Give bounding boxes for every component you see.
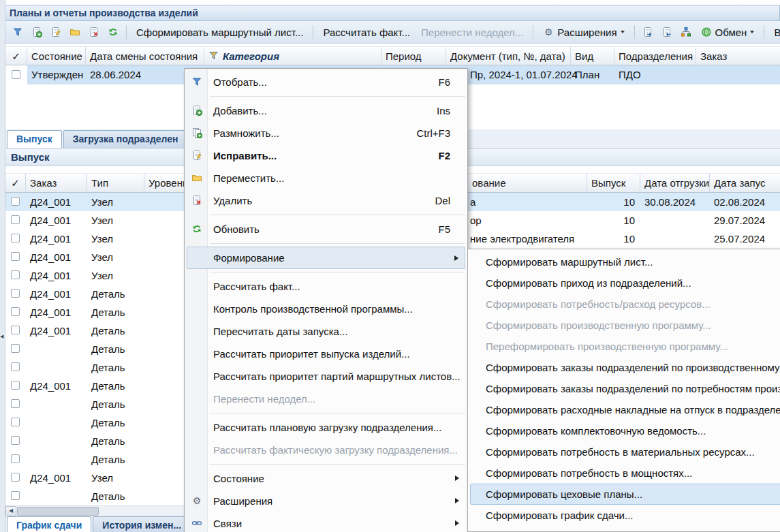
column-header-data-otgruzki[interactable]: Дата отгрузки [640,174,710,192]
toolbar-export-document-button[interactable] [639,24,657,41]
submenu-item[interactable]: Сформировать маршрутный лист... [470,251,780,272]
column-header-kind[interactable]: Вид [571,47,614,65]
context-menu-item[interactable]: Связи [187,512,465,532]
cell-tip: Деталь [91,413,125,432]
column-header-zakaz[interactable]: Заказ [26,174,87,192]
cell-tip: Узел [91,266,113,285]
context-menu-item[interactable]: Рассчитать приоритет выпуска изделий... [187,343,465,365]
column-header-category[interactable]: Категория [204,47,381,65]
toolbar-edit-document-button[interactable] [46,24,65,41]
row-checkbox[interactable] [11,491,20,500]
row-checkbox[interactable] [11,289,20,298]
scroll-left-icon[interactable] [5,506,16,516]
column-header-document[interactable]: Документ (тип, №, дата) [446,47,571,65]
submenu-item[interactable]: Сформировать приход из подразделений... [470,272,780,294]
row-checkbox[interactable] [11,418,20,426]
tab-vypusk[interactable]: Выпуск [7,130,62,148]
scrollbar-thumb[interactable] [17,507,99,516]
plans-table-header: ✓ Состояние Дата смены состояния Категор… [5,46,780,65]
column-header-vypusk[interactable]: Выпуск [587,174,640,192]
context-menu-item[interactable]: Переместить... [187,167,465,189]
view-button[interactable]: Вид [768,25,780,40]
row-checkbox[interactable] [11,399,20,408]
context-menu-item[interactable]: Пересчитать даты запуска... [187,320,465,343]
submenu-item[interactable]: Сформировать потребность в мощностях... [470,463,780,484]
context-menu-item[interactable]: Исправить...F2 [187,144,465,167]
cell-document: Пр, 2024-1, 01.07.2024 [470,65,578,84]
column-header-state-date[interactable]: Дата смены состояния [86,47,204,65]
column-header-check[interactable]: ✓ [5,174,26,192]
context-menu-item[interactable]: Рассчитать факт... [187,275,465,298]
context-menu-item[interactable]: ОбновитьF5 [187,218,465,240]
menu-item-label: Расширения [213,495,272,507]
row-checkbox[interactable] [11,234,20,242]
row-checkbox[interactable] [11,270,20,279]
column-header-period[interactable]: Период [381,47,446,65]
extensions-button[interactable]: ⚙Расширения [537,25,629,40]
row-checkbox[interactable] [11,344,20,353]
left-splitter[interactable] [0,0,5,532]
submenu-item[interactable]: Сформировать комплектовочную ведомость..… [470,420,780,441]
menu-item-label: Сформировать график сдачи... [486,510,633,521]
submenu-item[interactable]: Сформировать заказы подразделений по про… [470,357,780,378]
context-menu-item[interactable]: Добавить...Ins [187,99,465,122]
menu-item-label: Исправить... [213,150,277,161]
toolbar-refresh-button[interactable] [104,24,122,41]
context-menu-item[interactable]: Контроль производственной программы... [187,298,465,320]
column-header-division[interactable]: Подразделения [614,47,696,65]
toolbar-filter-button[interactable] [8,24,27,41]
toolbar-move-folder-button[interactable] [65,24,84,41]
cell-data-zapuska: 25.07.2024 [714,230,765,248]
context-menu-item[interactable]: ⚙Расширения [187,490,465,512]
toolbar-delete-document-button[interactable] [84,24,103,41]
context-menu-item[interactable]: Рассчитать приоритет партий маршрутных л… [187,365,465,388]
row-checkbox[interactable] [11,454,20,463]
row-checkbox[interactable] [12,70,20,79]
menu-item-label: Рассчитать приоритет партий маршрутных л… [213,371,461,382]
tab-zagruzka-podrazdeleniy[interactable]: Загрузка подразделен [63,130,188,148]
row-checkbox[interactable] [11,436,20,445]
column-header-check[interactable]: ✓ [5,47,27,65]
context-menu-item[interactable]: Рассчитать плановую загрузку подразделен… [187,416,465,439]
column-header-tip[interactable]: Тип [87,174,144,192]
add-document-icon [31,27,42,37]
row-checkbox[interactable] [11,362,20,371]
column-header-order[interactable]: Заказ [696,47,780,65]
refresh-icon [191,223,202,234]
submenu-item[interactable]: Сформировать цеховые планы... [470,484,780,505]
add-document-icon [191,105,202,116]
submenu-item[interactable]: Сформировать расходные накладные на отпу… [470,399,780,420]
column-header-state[interactable]: Состояние [27,47,86,65]
tab-grafik-sdachi[interactable]: График сдачи [7,516,91,532]
context-menu-item[interactable]: УдалитьDel [187,189,465,212]
calc-fact-button[interactable]: Рассчитать факт... [317,25,416,40]
toolbar-add-document-button[interactable] [27,24,46,41]
toolbar-separator [313,25,313,39]
formation-submenu: Сформировать маршрутный лист...Сформиров… [467,249,780,532]
row-checkbox[interactable] [11,326,20,334]
context-menu-item[interactable]: Состояние [187,467,465,490]
row-checkbox[interactable] [11,381,20,390]
row-checkbox[interactable] [11,215,20,224]
tab-istoria-izmeneniy[interactable]: История измен... [93,516,191,532]
context-menu-item[interactable]: Формирование [187,247,465,269]
submenu-item[interactable]: Сформировать заказы подразделений по пот… [470,378,780,399]
toolbar-import-document-button[interactable] [658,24,676,41]
context-menu-item[interactable]: Размножить...Ctrl+F3 [187,122,465,144]
row-checkbox[interactable] [11,307,20,316]
collapse-left-icon[interactable] [0,334,3,339]
column-header-naimenovanie[interactable]: ование [468,174,587,192]
gear-icon: ⚙ [543,27,554,37]
route-list-button[interactable]: Сформировать маршрутный лист... [131,25,309,40]
cell-naimenovanie: а [470,193,475,211]
row-checkbox[interactable] [11,473,20,482]
toolbar-org-structure-button[interactable] [677,24,696,41]
exchange-button[interactable]: Обмен [696,25,760,40]
row-checkbox[interactable] [11,197,20,206]
row-checkbox[interactable] [11,252,20,261]
context-menu-item[interactable]: Отобрать...F6 [187,71,465,93]
submenu-item[interactable]: Сформировать график сдачи... [470,505,780,526]
submenu-item[interactable]: Сформировать потребность в материальных … [470,441,780,463]
toolbar-separator [126,25,127,39]
column-header-data-zapuska[interactable]: Дата запус [710,174,780,192]
